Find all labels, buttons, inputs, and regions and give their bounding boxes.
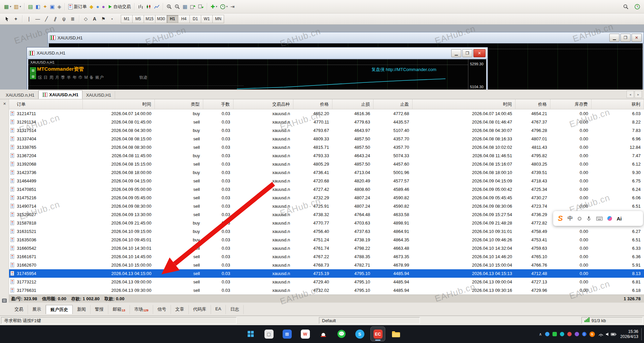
zoom-out-button[interactable] (173, 3, 181, 11)
table-row[interactable]: 313387652026.04.08 08:30:00sell0.03xauus… (9, 143, 644, 151)
minimize-button[interactable]: ▁ (451, 49, 461, 57)
app-window-button[interactable]: ▢ (262, 327, 276, 341)
table-row[interactable]: 315878182026.04.09 21:45:00buy0.03xauusd… (9, 219, 644, 227)
timeframe-h4[interactable]: H4 (178, 15, 190, 23)
column-header-order[interactable]: 订单 (9, 99, 83, 109)
front-window-titlebar[interactable]: XAUUSD.n,H1 ▁ ❐ ✕ (27, 47, 488, 59)
more-tools-button[interactable]: ▾ (108, 15, 116, 23)
table-row[interactable]: 316315212026.04.10 09:15:00buy0.03xauusd… (9, 227, 644, 236)
arrange-down-button[interactable] (197, 3, 205, 11)
ime-language-toggle[interactable]: 中 (568, 215, 573, 222)
chart-tab-1[interactable]: XAUUSD.n,H1 (38, 90, 82, 99)
ime-skin-icon[interactable] (607, 216, 612, 221)
maximize-button[interactable]: ❐ (620, 34, 631, 42)
close-terminal-button[interactable]: ✕ (2, 101, 7, 106)
tray-app-icon[interactable] (560, 332, 564, 336)
table-row[interactable]: 314237362026.04.08 18:00:00buy0.03xauusd… (9, 168, 644, 177)
close-button[interactable]: ✕ (632, 34, 642, 42)
qq-button[interactable] (316, 327, 330, 341)
column-header-symbol[interactable]: 交易品种 (234, 99, 293, 109)
chart-canvas[interactable]: XAUUSD.n,H1 5299.30 5104.30 ▤ ▤ MTComman… (28, 59, 486, 90)
table-row[interactable]: 315290272026.04.09 13:30:00sell0.03xauus… (9, 210, 644, 219)
column-header-close-price[interactable]: 价格 (515, 99, 550, 109)
navigator-button[interactable]: ✦ (42, 3, 49, 11)
skype-button[interactable]: S (353, 327, 367, 341)
tray-app-icon[interactable] (552, 332, 557, 336)
candlestick-button[interactable] (145, 3, 153, 11)
ime-punctuation-toggle[interactable] (578, 217, 581, 220)
community-button[interactable]: ● (101, 3, 106, 11)
column-header-open-time[interactable]: 时间 (83, 99, 155, 109)
table-row[interactable]: 316350362026.04.10 09:45:01buy0.03xauusd… (9, 236, 644, 244)
tray-app-icon[interactable] (545, 332, 549, 336)
arrange-up-button[interactable] (189, 3, 197, 11)
calculator-button[interactable]: ⊞ (280, 327, 294, 341)
wps-button[interactable]: W (298, 327, 312, 341)
terminal-tab-10[interactable]: EA (211, 305, 226, 314)
timeframe-d1[interactable]: D1 (189, 15, 201, 23)
terminal-tab-7[interactable]: 信号 (153, 305, 171, 314)
column-header-swap[interactable]: 库存费 (550, 99, 592, 109)
microphone-icon[interactable] (586, 216, 592, 221)
timeframe-m5[interactable]: M5 (132, 15, 144, 23)
table-row[interactable]: 312147112026.04.07 14:00:00buy0.03xauusd… (9, 109, 644, 118)
bar-chart-button[interactable] (137, 3, 145, 11)
chart-tab-0[interactable]: XAUUSD.n,H1 (2, 91, 38, 99)
close-button[interactable]: ✕ (473, 49, 486, 57)
table-row[interactable]: 312911342026.04.08 01:45:00sell0.03xauus… (9, 118, 644, 126)
terminal-tab-9[interactable]: 代码库 (189, 305, 211, 314)
table-row[interactable]: 313175142026.04.08 04:30:00buy0.03xauusd… (9, 126, 644, 135)
vertical-line-tool[interactable]: | (25, 15, 33, 23)
column-header-type[interactable]: 类型 (155, 99, 203, 109)
terminal-tab-1[interactable]: 展示 (28, 305, 46, 314)
timeframe-m15[interactable]: M15 (144, 15, 155, 23)
show-desktop-button[interactable] (641, 328, 643, 340)
bluetooth-icon[interactable]: ᛒ (582, 332, 586, 336)
tray-app-icon[interactable] (567, 332, 572, 336)
text-tool[interactable]: A (90, 15, 99, 23)
sogou-tray-icon[interactable]: S (589, 332, 595, 337)
column-header-sl[interactable]: 止损 (332, 99, 373, 109)
cursor-tool[interactable] (3, 15, 11, 23)
column-header-lots[interactable]: 手数 (203, 99, 234, 109)
table-row[interactable]: 316616712026.04.10 14:45:00sell0.03xauus… (9, 252, 644, 261)
timeframe-h1[interactable]: H1 (167, 15, 178, 23)
table-row[interactable]: 314708512026.04.09 05:00:00sell0.03xauus… (9, 185, 644, 194)
add-indicator-button[interactable]: ✚▾ (209, 3, 219, 11)
timeframe-mn[interactable]: MN (212, 15, 224, 23)
connection-status[interactable]: 91/3 kb (581, 317, 643, 324)
trendline-tool[interactable]: ╱ (42, 15, 51, 23)
table-row[interactable]: 316626702026.04.10 15:00:00sell0.03xauus… (9, 261, 644, 269)
table-row[interactable]: 317732122026.04.13 09:00:00sell0.03xauus… (9, 278, 644, 286)
terminal-tab-2[interactable]: 账户历史 (46, 305, 73, 314)
tile-windows-button[interactable]: ▦ (181, 3, 189, 11)
channel-tool[interactable]: ∥ (51, 15, 60, 23)
file-explorer-button[interactable] (389, 327, 403, 341)
zoom-in-button[interactable] (165, 3, 173, 11)
strategy-tester-button[interactable]: ◈ (56, 3, 63, 11)
back-window-titlebar[interactable]: XAUUSD,H1 ▁ ❐ ✕ (48, 32, 644, 43)
terminal-tab-0[interactable]: 交易 (10, 305, 28, 314)
start-button[interactable] (244, 327, 258, 341)
tray-expand-chevron[interactable]: ∧ (539, 332, 542, 337)
terminal-tab-11[interactable]: 日志 (226, 305, 244, 314)
chart-tab-2[interactable]: XAUUSD,H1 (82, 91, 115, 99)
table-row[interactable]: 317766312026.04.13 09:30:00sell0.03xauus… (9, 286, 644, 295)
periods-button[interactable]: ▾ (219, 3, 229, 11)
table-row[interactable]: 313672042026.04.08 11:45:00buy0.03xauusd… (9, 151, 644, 160)
autotrading-button[interactable]: 自动交易 (106, 3, 132, 11)
ime-ai-button[interactable]: Ai (617, 216, 622, 221)
table-row[interactable]: 314907142026.04.09 08:30:00sell0.03xauus… (9, 202, 644, 210)
terminal-tab-3[interactable]: 新闻 (73, 305, 91, 314)
terminal-tab-5[interactable]: 邮箱13 (108, 305, 130, 314)
column-header-tp[interactable]: 止盈 (373, 99, 413, 109)
table-row[interactable]: 314644992026.04.09 04:15:00sell0.03xauus… (9, 177, 644, 185)
column-header-close-time[interactable]: 时间 (413, 99, 515, 109)
network-volume-battery-icons[interactable] (598, 332, 617, 337)
pitchfork-tool[interactable]: ψ (60, 15, 68, 23)
shapes-tool[interactable]: ◇ (81, 15, 90, 23)
line-chart-button[interactable] (153, 3, 161, 11)
crosshair-tool[interactable]: + (11, 15, 20, 23)
world-clock-button[interactable] (633, 3, 641, 11)
column-header-profit[interactable]: 获利 (592, 99, 644, 109)
